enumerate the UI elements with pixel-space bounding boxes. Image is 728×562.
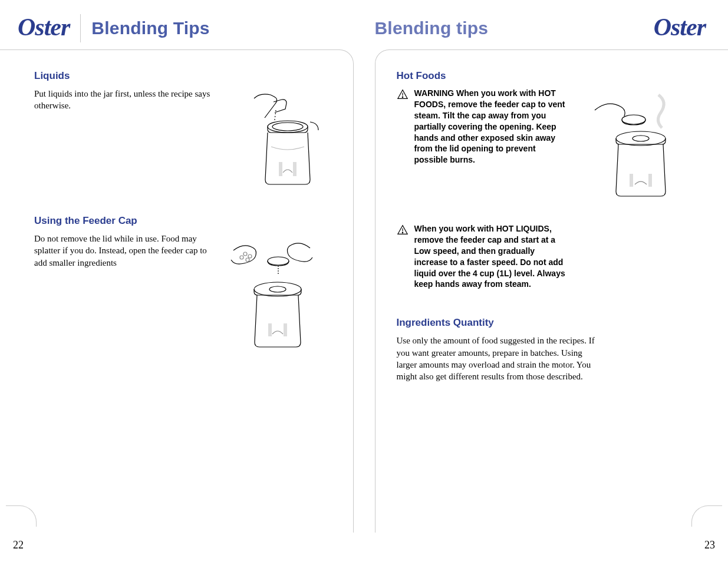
svg-point-10 <box>402 97 403 97</box>
svg-point-4 <box>240 256 243 259</box>
page-number: 22 <box>13 539 24 551</box>
page-number-arc <box>691 505 722 527</box>
section-ingredients-quantity: Ingredients Quantity Use only the amount… <box>397 317 699 382</box>
warning-text: WARNING When you work with HOT FOODS, re… <box>414 88 568 166</box>
svg-point-2 <box>243 252 247 256</box>
svg-point-5 <box>246 258 249 262</box>
warning-text: When you work with HOT LIQUIDS, remove t… <box>414 223 568 290</box>
page-number-arc <box>6 505 37 527</box>
svg-point-11 <box>622 115 645 124</box>
svg-point-12 <box>616 131 666 146</box>
warning-item: When you work with HOT LIQUIDS, remove t… <box>397 223 699 290</box>
section-row: Put liquids into the jar first, unless t… <box>34 88 337 188</box>
svg-point-15 <box>402 232 403 233</box>
section-body: Use only the amount of food suggested in… <box>397 335 597 382</box>
page-left: Oster Blending Tips Liquids Put liquids … <box>0 0 364 562</box>
section-heading: Hot Foods <box>397 70 699 82</box>
warnings-column: WARNING When you work with HOT FOODS, re… <box>397 88 574 182</box>
content-area: Hot Foods WARNING When you work with HOT… <box>375 50 711 415</box>
page-title: Blending tips <box>375 18 489 38</box>
content-frame: Liquids Put liquids into the jar first, … <box>0 49 354 533</box>
page-number: 23 <box>704 539 715 551</box>
section-heading: Liquids <box>34 70 337 82</box>
illustration-feeder-cap <box>222 233 322 351</box>
section-body: Do not remove the lid while in use. Food… <box>34 233 211 269</box>
illustration-pour-liquid <box>222 88 322 188</box>
section-heading: Ingredients Quantity <box>397 317 699 329</box>
svg-point-7 <box>254 282 301 296</box>
header-row: Blending tips Oster <box>375 12 711 45</box>
warning-icon <box>397 224 409 235</box>
section-row: Do not remove the lid while in use. Food… <box>34 233 337 351</box>
section-feeder-cap: Using the Feeder Cap Do not remove the l… <box>34 215 337 351</box>
brand-logo-text: Oster <box>18 15 70 42</box>
brand-logo-text: Oster <box>654 15 706 42</box>
section-row: WARNING When you work with HOT FOODS, re… <box>397 88 699 200</box>
section-liquids: Liquids Put liquids into the jar first, … <box>34 70 337 188</box>
section-hot-foods: Hot Foods WARNING When you work with HOT… <box>397 70 699 290</box>
section-body: Put liquids into the jar first, unless t… <box>34 88 211 112</box>
header-row: Oster Blending Tips <box>18 12 354 45</box>
header-divider <box>80 14 81 42</box>
manual-spread: Oster Blending Tips Liquids Put liquids … <box>0 0 728 562</box>
brand-logo: Oster <box>654 15 706 42</box>
warning-item: WARNING When you work with HOT FOODS, re… <box>397 88 574 166</box>
svg-point-3 <box>248 254 252 258</box>
page-right: Blending tips Oster Hot Foods <box>364 0 729 562</box>
illustration-hot-foods-steam <box>584 88 684 200</box>
content-area: Liquids Put liquids into the jar first, … <box>18 50 353 384</box>
brand-logo: Oster <box>18 15 70 42</box>
warning-icon <box>397 89 409 100</box>
content-frame: Hot Foods WARNING When you work with HOT… <box>375 49 729 533</box>
page-title: Blending Tips <box>91 18 209 38</box>
svg-point-6 <box>268 257 289 265</box>
section-heading: Using the Feeder Cap <box>34 215 337 227</box>
